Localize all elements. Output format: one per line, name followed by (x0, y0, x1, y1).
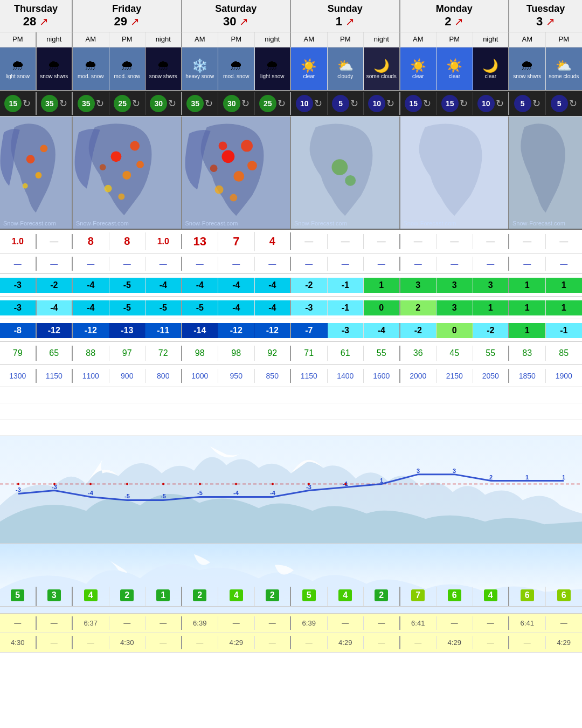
weather-icon-0: 🌨 light snow (0, 47, 37, 90)
cloudbase-12: 2150 (436, 369, 473, 383)
wind-badge-1: 35 (41, 95, 58, 112)
freeze-5: -14 (182, 323, 219, 338)
day-fri: Friday 29 ↗ (73, 0, 182, 32)
weather-icon-4: 🌨 snow shwrs (146, 47, 182, 90)
svg-point-18 (210, 164, 217, 172)
period-4: night (146, 32, 182, 47)
wind-badge-15: 5 (551, 95, 568, 112)
snow-3: 8 (109, 232, 146, 250)
svg-point-12 (118, 194, 124, 200)
snowdepth-badge-8: 5 (302, 589, 316, 601)
rain-4: — (146, 257, 182, 271)
svg-point-21 (218, 142, 227, 150)
snow-0: 1.0 (0, 234, 37, 249)
snowdepth-badge-13: 4 (484, 589, 497, 601)
humid-1: 65 (37, 346, 73, 361)
freeze-8: -7 (291, 323, 328, 338)
snowdepth-8: 5 (291, 587, 328, 606)
maxtemp-3: -5 (109, 278, 146, 293)
svg-text:-4: -4 (233, 490, 239, 496)
map-pane-sat: Snow-Forecast.com (182, 116, 292, 229)
snowdepth-badge-12: 6 (448, 589, 461, 601)
wind-badge-12: 15 (441, 95, 459, 112)
svg-point-53 (308, 483, 310, 485)
svg-point-15 (233, 171, 244, 182)
day-num-mon: 2 (445, 15, 451, 29)
snowdepth-10: 2 (364, 587, 400, 606)
weather-icon-9: ⛅ cloudy (328, 47, 364, 90)
sunset-13: — (473, 636, 510, 649)
weather-icon-8: ☀️ clear (291, 47, 328, 90)
day-name-fri: Friday (112, 3, 141, 15)
mintemp-1: -4 (37, 300, 73, 315)
svg-text:-5: -5 (124, 493, 130, 499)
map-pane-sun: Snow-Forecast.com (291, 116, 400, 229)
wind-4: 30 ↻ (146, 92, 182, 115)
cloudbase-14: 1850 (509, 369, 546, 383)
humid-0: 79 (0, 346, 37, 361)
weather-desc-9: cloudy (337, 73, 353, 80)
snowdepth-4: 1 (146, 587, 182, 606)
mintemp-5: -5 (182, 300, 219, 315)
sunrise-5: 6:39 (182, 616, 219, 630)
svg-text:3: 3 (417, 468, 420, 474)
map-pane-thu: Snow-Forecast.com (0, 116, 73, 229)
snowdepth-badge-11: 7 (411, 589, 425, 601)
weather-icon-3: 🌨 mod. snow (109, 47, 146, 90)
wind-badge-8: 10 (296, 95, 313, 112)
sunrise-14: 6:41 (509, 616, 546, 630)
rain-7: — (255, 257, 292, 271)
cloudbase-8: 1150 (291, 369, 328, 383)
weather-desc-13: clear (484, 73, 496, 80)
maxtemp-0: -3 (0, 278, 37, 293)
day-sat: Saturday 30 ↗ (182, 0, 292, 32)
rain-6: — (218, 257, 255, 271)
humid-11: 36 (400, 346, 437, 361)
mintemp-11: 2 (400, 300, 437, 315)
svg-point-16 (214, 186, 223, 194)
wind-15: 5 ↻ (546, 92, 583, 115)
snow-4: 1.0 (146, 234, 182, 249)
mintemp-13: 1 (473, 300, 510, 315)
humid-9: 61 (328, 346, 364, 361)
period-8: AM (291, 32, 328, 47)
rain-3: — (109, 257, 146, 271)
freeze-11: -2 (400, 323, 437, 338)
weather-icon-11: ☀️ clear (400, 47, 437, 90)
maxtemp-10: 1 (364, 278, 400, 293)
rain-15: — (546, 257, 583, 271)
period-11: AM (400, 32, 437, 47)
sunset-11: — (400, 636, 437, 649)
cloudbase-3: 900 (109, 369, 146, 383)
weather-desc-11: clear (412, 73, 424, 80)
svg-point-3 (23, 183, 28, 189)
svg-text:-5: -5 (197, 490, 203, 496)
snow-2: 8 (73, 232, 109, 250)
mintemp-3: -5 (109, 300, 146, 315)
weather-icon-5: ❄️ heavy snow (182, 47, 219, 90)
weather-desc-2: mod. snow (78, 73, 103, 80)
map-pane-mon: Snow-Forecast.com (400, 116, 510, 229)
cloudbase-4: 800 (146, 369, 182, 383)
day-name-sun: Sunday (328, 3, 363, 15)
sunrise-1: — (37, 616, 73, 630)
rain-0: — (0, 257, 37, 271)
svg-point-7 (122, 171, 131, 180)
maxtemp-13: 3 (473, 278, 510, 293)
rain-8: — (291, 257, 328, 271)
snowdepth-12: 6 (436, 587, 473, 606)
snowdepth-badge-3: 2 (120, 589, 134, 601)
day-num-fri: 29 (114, 15, 127, 29)
sunset-7: — (255, 636, 292, 649)
sunrise-11: 6:41 (400, 616, 437, 630)
snowdepth-3: 2 (109, 587, 146, 606)
freeze-2: -12 (73, 323, 109, 338)
freeze-10: -4 (364, 323, 400, 338)
mintemp-4: -5 (146, 300, 182, 315)
maxtemp-14: 1 (509, 278, 546, 293)
mintemp-9: -1 (328, 300, 364, 315)
freeze-7: -12 (255, 323, 292, 338)
arrow-tue: ↗ (546, 15, 555, 28)
sunset-9: 4:29 (328, 636, 364, 649)
humid-10: 55 (364, 346, 400, 361)
